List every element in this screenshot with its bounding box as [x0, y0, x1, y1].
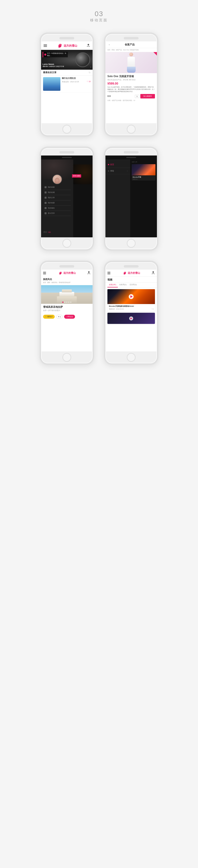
points-value: +50 [48, 231, 51, 233]
ph4-preview-title: Blender开源 [133, 176, 154, 178]
ph6-menu-icon[interactable] [108, 271, 111, 275]
swan-logo-icon [57, 43, 63, 49]
ph1-hero-badge: 它不一年度最佳影音组合！专属定… [43, 52, 68, 57]
tab-all[interactable]: 全部(1件) [108, 282, 118, 287]
badge-text: 它不一年度最佳影音组合！专属定… [47, 52, 67, 57]
svg-point-7 [123, 273, 124, 273]
ph5-hero-img [41, 285, 92, 304]
ph5-actions: ♡ 赞同17 ★ 0 ♪ 评论(2) [41, 313, 92, 320]
page-header: 03 移动页面 [0, 0, 198, 28]
ph1-hero-img: 它不一年度最佳影音组合！专属定… Lens News 摄影测试 加载画质 无线蓝… [41, 50, 92, 70]
ph3-menu-item-logout[interactable]: 退出登录 [44, 211, 71, 216]
product-price: ¥599.00 [108, 82, 155, 85]
play-triangle-icon [130, 296, 133, 298]
ph3-menu-item-favorites[interactable]: 我的收藏 [44, 190, 71, 195]
ph5-logo-icon [58, 271, 63, 275]
ph4-nav-blog[interactable]: 博客 › [106, 168, 130, 174]
phone-product: ‹ 创意产品 首页 · 商场 · 创意产品 · Solo One 无线蓝牙音箱 [104, 32, 158, 137]
score-display: ★ 0 [56, 315, 63, 319]
badge-dot [44, 54, 46, 56]
video-date: 视频动态 · 2019-09-23 [109, 308, 124, 310]
qty-label: 数量 [108, 95, 111, 97]
phones-row-3: 远方的雪山 旅然风光 首页 · 摄影 · 旅然风光 · 雪域高原圣地拉萨 [0, 256, 198, 370]
dot-1 [63, 302, 64, 303]
phone-screen-4: 首页 博客 › 全部 1件 [106, 155, 157, 237]
ph5-user-icon[interactable] [87, 271, 90, 275]
phone-blog-home: 远方的雪山 它不一年度最佳影音组合！专属定… Lens News 摄影测试 [40, 32, 94, 137]
svg-point-8 [153, 271, 154, 273]
ph3-menu-item-articles[interactable]: 我的文章 [44, 195, 71, 200]
home-button-4[interactable] [127, 239, 135, 248]
refresh-icon[interactable]: ↻ [89, 71, 90, 74]
ph5-breadcrumb: 首页 · 摄影 · 旅然风光 · 雪域高原圣地拉萨 [43, 281, 90, 284]
ph6-video-card[interactable]: Blender开源电影动画彩绘Sintel 视频动态 · 2019-09-23 … [108, 289, 155, 311]
phone-blog-post: 远方的雪山 旅然风光 首页 · 摄影 · 旅然风光 · 雪域高原圣地拉萨 [40, 261, 94, 365]
like-button[interactable]: ♡ 赞同17 [43, 315, 55, 319]
play-button-2[interactable] [129, 316, 133, 320]
ph6-user-icon[interactable] [152, 271, 155, 275]
home-button-1[interactable] [63, 125, 71, 134]
ph6-video-card-2[interactable] [108, 313, 155, 324]
lens-news-title: Lens News 摄影测试 加载画质 无线蓝牙音箱 [43, 63, 64, 68]
ph4-main-content: 全部 1件 Blender开源 视频动态 · [130, 159, 157, 237]
image-dots [63, 302, 72, 303]
ph6-section-header: 视频 [106, 277, 157, 282]
video-title: Blender开源电影动画彩绘Sintel [108, 304, 155, 308]
points-label: 积分 [44, 231, 47, 234]
dot-5 [70, 302, 72, 303]
phone-screen-6: 远方的雪山 视频 全部(1件) 拍客秀(0) 话录秀(0) [106, 270, 157, 351]
ph5-section-header: 旅然风光 首页 · 摄影 · 旅然风光 · 雪域高原圣地拉萨 [41, 277, 92, 285]
home-button-6[interactable] [127, 353, 135, 362]
section-title: 最喜欢的文章 [43, 71, 56, 74]
ph3-avatar [52, 174, 62, 184]
add-to-cart-button[interactable]: 加入购物车 [140, 94, 155, 98]
ph3-menu-item-edit[interactable]: 包括修改 [44, 206, 71, 211]
user-icon[interactable] [87, 43, 90, 48]
video-meta: 视频动态 · 2019-09-23 ♡ 0 [108, 308, 155, 311]
qty-value[interactable]: 1 [135, 95, 140, 98]
home-button-5[interactable] [63, 353, 71, 362]
article-thumb [43, 77, 61, 91]
home-button-2[interactable] [127, 125, 135, 134]
back-icon[interactable]: ‹ [109, 44, 110, 46]
page-subtitle: 移动页面 [90, 18, 108, 22]
dot-4 [68, 302, 70, 303]
ph6-logo-icon [122, 271, 127, 275]
ph6-logo: 远方的雪山 [122, 271, 140, 275]
ph1-article[interactable]: 骑行去大理生活 穷游达到 · 2014·10·25 ♡ 13 [41, 75, 92, 93]
product-info: Solo One 无线蓝牙音箱 我们向这款全产品，评分将 399 积分 ¥599… [106, 73, 157, 103]
post-title: 雪域高原圣地拉萨 [43, 305, 90, 309]
ph5-logo: 远方的雪山 [58, 271, 76, 275]
ph1-hero: 它不一年度最佳影音组合！专属定… Lens News 摄影测试 加载画质 无线蓝… [41, 50, 92, 70]
video-likes: ♡ 0 [151, 308, 153, 310]
ph1-section-header: 最喜欢的文章 ↻ [41, 70, 92, 75]
phone-screen-5: 远方的雪山 旅然风光 首页 · 摄影 · 旅然风光 · 雪域高原圣地拉萨 [41, 270, 92, 351]
ph4-video-card[interactable]: Blender开源 视频动态 · [132, 164, 155, 181]
pink-corner-accent [153, 52, 157, 56]
ph3-menu-item-albums[interactable]: 我的画册 [44, 185, 71, 190]
menu-icon[interactable] [44, 44, 47, 48]
ph5-menu-icon[interactable] [43, 271, 46, 275]
svg-point-4 [59, 273, 60, 273]
ph4-nav-home[interactable]: 首页 [106, 161, 130, 168]
ph3-main: 管理 收藏5 [73, 159, 92, 237]
product-desc: Solo One蓝牙音箱，全方位消耗各种，一体成型的圆形形态，将每个音箱融合在一… [108, 86, 155, 93]
ph6-section-title: 视频 [108, 278, 155, 281]
article-meta: 穷游达到 · 2014·10·25 ♡ 13 [62, 81, 90, 83]
dot-3 [66, 302, 68, 303]
tab-paike[interactable]: 拍客秀(0) [118, 282, 128, 287]
phone-screen-3: 我的画册 我的收藏 我的文章 我的相册 [41, 155, 92, 237]
post-sub: 拉萨一岁节假日的图片 [43, 309, 90, 312]
comment-button[interactable]: ♪ 评论(2) [64, 315, 75, 319]
article-date: 穷游达到 · 2014·10·25 [62, 81, 79, 83]
ph2-breadcrumb: 首页 · 商场 · 创意产品 · Solo One 无线蓝牙音箱 [106, 48, 157, 52]
tab-hualv[interactable]: 话录秀(0) [128, 282, 138, 287]
ph4-nav-panel: 首页 博客 › [106, 159, 130, 237]
management-tag: 管理 收藏5 [72, 174, 81, 178]
ph3-points: 积分 +50 [44, 231, 51, 234]
ph6-topbar: 远方的雪山 [106, 270, 157, 277]
play-button[interactable] [129, 294, 134, 299]
phone-screen-1: 远方的雪山 它不一年度最佳影音组合！专属定… Lens News 摄影测试 [41, 41, 92, 123]
home-button-3[interactable] [63, 239, 71, 248]
ph3-menu-item-photos[interactable]: 我的相册 [44, 200, 71, 206]
